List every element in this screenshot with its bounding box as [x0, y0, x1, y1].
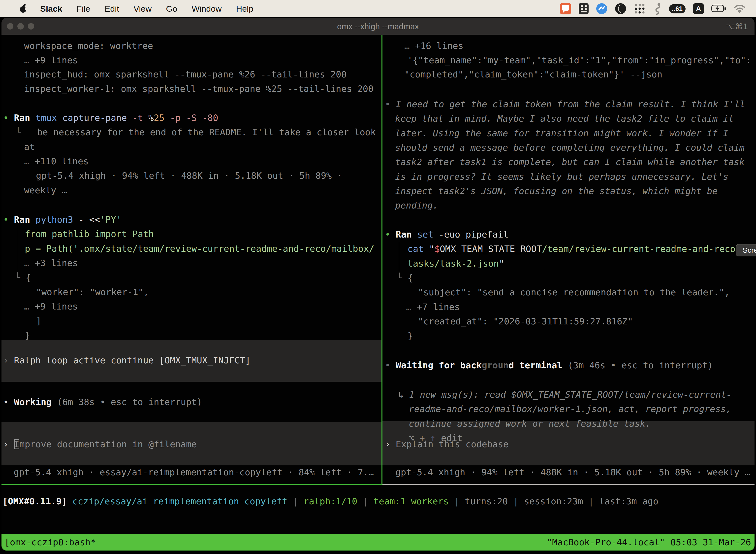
messenger-app-icon[interactable]: [596, 3, 608, 14]
term-line: }: [25, 328, 30, 343]
dots-grid-icon[interactable]: [634, 3, 646, 15]
traffic-lights: [7, 23, 34, 30]
term-line: workspace_mode: worktree: [24, 39, 153, 53]
command-line: • Ran python3 - <<'PY': [3, 213, 122, 227]
minimize-button[interactable]: [17, 23, 24, 30]
term-line: at: [24, 140, 35, 154]
term-line: └ {: [397, 271, 413, 285]
term-line: pending.: [395, 198, 438, 213]
menu-go[interactable]: Go: [166, 4, 177, 14]
window-title: omx --xhigh --madmax: [337, 22, 419, 31]
indent-guide: [17, 226, 17, 271]
term-line: tasks/task-2.json": [407, 257, 504, 271]
menu-file[interactable]: File: [77, 4, 90, 14]
term-line: └ {: [15, 271, 31, 285]
ralph-loop-line: › Ralph loop active continue [OMX_TMUX_I…: [3, 353, 251, 368]
keyboard-app-icon[interactable]: [579, 3, 588, 14]
term-line: later. Using the same for transition mig…: [395, 126, 729, 141]
term-line: continue assigned work or next feasible …: [409, 417, 650, 431]
menubar: Slack File Edit View Go Window Help: [0, 0, 756, 17]
term-line: inspect_hud: omx sparkshell --tmux-pane …: [24, 67, 346, 82]
term-line: ]: [36, 314, 42, 328]
omx-status-line: [OMX#0.11.9] cczip/essay/ai-reimplementa…: [2, 494, 658, 509]
zoom-button[interactable]: [28, 23, 34, 30]
tmux-status-bar: [omx-cczip0:bash* "MacBook-Pro-44.local"…: [1, 534, 755, 551]
menu-app-name[interactable]: Slack: [40, 4, 62, 14]
chat-app-icon[interactable]: [560, 3, 571, 14]
menu-window[interactable]: Window: [192, 4, 222, 14]
prompt-placeholder-line: › Improve documentation in @filename: [3, 437, 197, 451]
active-pane-border[interactable]: [1, 484, 382, 485]
prompt-placeholder-line: › Explain this codebase: [385, 437, 509, 451]
term-line: weekly …: [24, 183, 67, 198]
term-line: should send a message before completing …: [395, 141, 745, 155]
command-line: • Ran tmux capture-pane -t %25 -p -S -80: [3, 111, 218, 125]
term-line: "worker": "worker-1",: [36, 285, 149, 299]
pane-divider[interactable]: [381, 35, 382, 485]
term-line: … +110 lines: [24, 154, 88, 169]
term-line: }: [407, 329, 413, 343]
term-line: … +9 lines: [24, 53, 78, 67]
count-badge-icon[interactable]: ..61: [669, 4, 686, 13]
term-line: task2 after task1 is complete, but can I…: [395, 155, 745, 169]
working-status-line: • Working (6m 38s • esc to interrupt): [3, 395, 202, 409]
model-status-line: gpt-5.4 xhigh · essay/ai-reimplementatio…: [14, 465, 374, 480]
term-line: keep that in mind. Maybe I also need the…: [395, 111, 734, 126]
titlebar[interactable]: omx --xhigh --madmax ⌥⌘1: [1, 18, 755, 35]
term-line: is in progress? It seems likely but perh…: [395, 170, 729, 184]
term-line: … +16 lines: [404, 39, 463, 53]
waiting-status-line: • Waiting for background terminal (3m 46…: [385, 358, 713, 373]
term-line: '{"team_name":"my-team","task_id":"1","f…: [407, 53, 751, 67]
menubar-status-icons: ..61 A: [560, 2, 746, 15]
term-line: "subject": "send a concise recommendatio…: [418, 285, 730, 299]
term-line: inspect task2's JSON, focusing on the st…: [395, 184, 717, 198]
tmux-session-label: [omx-cczip0:bash*: [4, 534, 96, 551]
tmux-host-clock: "MacBook-Pro-44.local" 05:03 31-Mar-26: [547, 534, 751, 551]
indent-guide: [399, 242, 399, 271]
model-status-line: gpt-5.4 xhigh · 94% left · 488K in · 5.1…: [395, 465, 750, 480]
term-line: └ be necessary for the end of the README…: [16, 125, 376, 140]
mailbox-message-line: ↳ 1 new msg(s): read $OMX_TEAM_STATE_ROO…: [398, 387, 732, 402]
seahorse-app-icon[interactable]: [653, 2, 662, 15]
thinking-line: • I need to get the claim token from the…: [385, 97, 745, 111]
window-shortcut: ⌥⌘1: [726, 22, 748, 31]
battery-icon[interactable]: [711, 5, 726, 13]
screenshot-popup[interactable]: Scre: [736, 244, 756, 257]
input-source-icon[interactable]: A: [693, 3, 704, 14]
term-line: p = Path('.omx/state/team/review-current…: [25, 241, 374, 256]
term-line: cat "$OMX_TEAM_STATE_ROOT/team/review-cu…: [407, 242, 741, 256]
term-line: … +3 lines: [24, 256, 78, 270]
term-line: "completed","claim_token":"claim-token"}…: [404, 67, 662, 82]
inactive-pane-border[interactable]: [382, 484, 755, 485]
command-line: • Ran set -euo pipefail: [385, 227, 509, 242]
moon-app-icon[interactable]: [615, 3, 626, 14]
close-button[interactable]: [7, 23, 13, 30]
term-line: inspect_worker-1: omx sparkshell --tmux-…: [24, 82, 374, 96]
term-line: "created_at": "2026-03-31T11:59:27.816Z": [418, 314, 633, 329]
term-line: … +7 lines: [406, 300, 460, 314]
apple-menu-icon[interactable]: [19, 4, 27, 13]
menu-edit[interactable]: Edit: [105, 4, 119, 14]
term-line: … +9 lines: [24, 299, 78, 314]
screen: Slack File Edit View Go Window Help: [0, 0, 756, 554]
menu-view[interactable]: View: [133, 4, 151, 14]
menu-help[interactable]: Help: [236, 4, 253, 14]
term-line: readme-and-reco/mailbox/worker-1.json, a…: [409, 402, 731, 416]
term-line: gpt-5.4 xhigh · 94% left · 488K in · 5.1…: [36, 169, 342, 183]
term-line: from pathlib import Path: [25, 227, 154, 241]
wifi-icon[interactable]: [734, 4, 746, 13]
